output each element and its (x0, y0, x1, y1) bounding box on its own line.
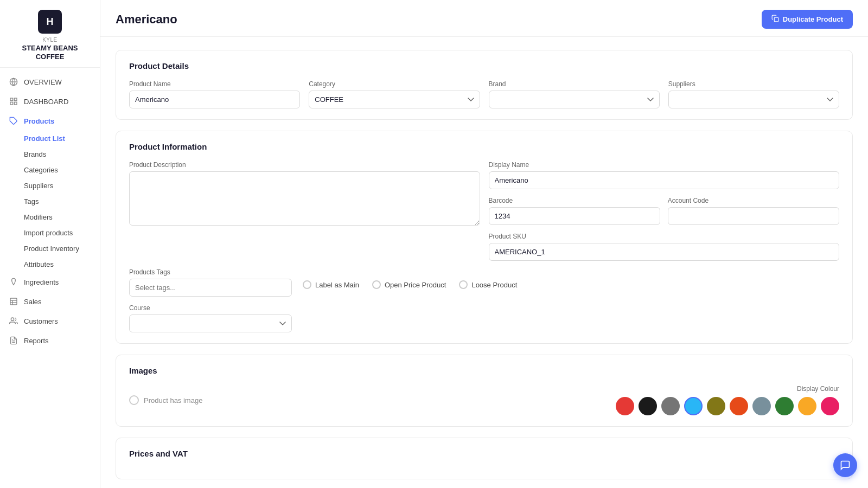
colour-dot-red[interactable] (616, 397, 634, 415)
display-name-input[interactable] (489, 171, 840, 189)
images-row: Product has image Display Colour (129, 385, 839, 415)
product-has-image-label[interactable]: Product has image (129, 395, 202, 405)
description-group: Product Description (129, 161, 480, 261)
barcode-input[interactable] (489, 207, 660, 225)
tags-label: Products Tags (129, 268, 292, 276)
description-textarea[interactable] (129, 171, 480, 226)
product-has-image-radio[interactable] (129, 395, 139, 405)
product-sku-group: Product SKU (489, 233, 840, 261)
svg-rect-5 (14, 102, 17, 105)
sidebar-item-ingredients[interactable]: Ingredients (0, 272, 100, 292)
sidebar-subitem-modifiers[interactable]: Modifiers (0, 209, 100, 225)
brand-label: Brand (489, 80, 660, 88)
colour-dot-black[interactable] (639, 397, 657, 415)
sidebar-subitem-import-products[interactable]: Import products (0, 225, 100, 241)
product-name-label: Product Name (129, 80, 300, 88)
brand-group: Brand (489, 80, 660, 108)
display-colour-label: Display Colour (797, 385, 839, 393)
suppliers-select[interactable] (668, 91, 839, 108)
product-name-input[interactable] (129, 91, 300, 108)
colour-dot-olive[interactable] (707, 397, 725, 415)
content-area: Product Details Product Name Category CO… (100, 37, 868, 488)
colour-dot-orange[interactable] (730, 397, 748, 415)
product-sku-input[interactable] (489, 243, 840, 261)
course-select[interactable] (129, 314, 292, 332)
sidebar-nav: OVERVIEW DASHBOARD Products Product List… (0, 68, 100, 355)
suppliers-group: Suppliers (668, 80, 839, 108)
sidebar-item-sales-label: Sales (24, 298, 42, 306)
colour-dot-pink[interactable] (821, 397, 839, 415)
sidebar-subitem-product-list[interactable]: Product List (0, 131, 100, 146)
sidebar: H KYLE STEAMY BEANS COFFEE OVERVIEW DASH… (0, 0, 100, 488)
images-title: Images (129, 366, 839, 375)
sidebar-subitem-tags[interactable]: Tags (0, 194, 100, 209)
sidebar-subitem-suppliers[interactable]: Suppliers (0, 178, 100, 194)
colour-dot-blue[interactable] (684, 397, 703, 415)
sidebar-item-sales[interactable]: Sales (0, 292, 100, 311)
product-sku-label: Product SKU (489, 233, 840, 240)
colour-dot-dark-green[interactable] (775, 397, 794, 415)
product-information-card: Product Information Product Description … (116, 131, 853, 344)
category-group: Category COFFEE (309, 80, 480, 108)
barcode-label: Barcode (489, 197, 660, 204)
course-group: Course (129, 304, 292, 332)
product-details-title: Product Details (129, 61, 839, 70)
svg-rect-7 (10, 298, 17, 305)
label-as-main-radio[interactable] (303, 280, 311, 289)
loose-product-radio[interactable] (459, 280, 468, 289)
colour-dot-sage[interactable] (752, 397, 771, 415)
ingredients-icon (9, 277, 18, 287)
brand-select[interactable] (489, 91, 660, 108)
svg-rect-3 (14, 98, 17, 101)
globe-icon (9, 77, 18, 87)
account-code-input[interactable] (668, 207, 839, 225)
display-colour-section: Display Colour (616, 385, 839, 415)
category-select[interactable]: COFFEE (309, 91, 480, 108)
product-info-right: Display Name Barcode Account Code (489, 161, 840, 261)
colour-dot-amber[interactable] (798, 397, 816, 415)
tags-group: Products Tags (129, 268, 292, 297)
tags-input[interactable] (129, 279, 292, 297)
loose-product-option[interactable]: Loose Product (459, 280, 517, 289)
sidebar-item-dashboard[interactable]: DASHBOARD (0, 92, 100, 111)
description-label: Product Description (129, 161, 480, 169)
logo-box: H (38, 10, 62, 34)
sidebar-item-customers[interactable]: Customers (0, 311, 100, 331)
product-details-card: Product Details Product Name Category CO… (116, 50, 853, 120)
main-header: Americano Duplicate Product (100, 0, 868, 37)
tags-options-row: Products Tags Label as Main Open Price P… (129, 268, 839, 297)
dashboard-icon (9, 97, 18, 106)
sidebar-company: STEAMY BEANS COFFEE (9, 44, 91, 61)
sidebar-item-customers-label: Customers (24, 317, 58, 325)
sidebar-item-products[interactable]: Products (0, 111, 100, 131)
course-row: Course (129, 304, 839, 332)
reports-icon (9, 336, 18, 345)
prices-vat-card: Prices and VAT (116, 438, 853, 479)
open-price-option[interactable]: Open Price Product (372, 280, 446, 289)
chat-button[interactable] (833, 453, 857, 477)
sales-icon (9, 297, 18, 306)
label-as-main-text: Label as Main (315, 281, 359, 289)
colour-dot-gray[interactable] (661, 397, 680, 415)
duplicate-icon (771, 15, 779, 24)
display-name-label: Display Name (489, 161, 840, 169)
product-info-grid: Product Description Display Name Barcode (129, 161, 839, 261)
open-price-radio[interactable] (372, 280, 381, 289)
display-name-group: Display Name (489, 161, 840, 189)
tag-icon (9, 116, 18, 126)
sidebar-subitem-product-inventory[interactable]: Product Inventory (0, 241, 100, 256)
options-group: Label as Main Open Price Product Loose P… (303, 268, 517, 289)
sidebar-subitem-attributes[interactable]: Attributes (0, 256, 100, 272)
sidebar-subitem-brands[interactable]: Brands (0, 146, 100, 162)
barcode-group: Barcode (489, 197, 660, 225)
label-as-main-option[interactable]: Label as Main (303, 280, 359, 289)
sidebar-subitem-categories[interactable]: Categories (0, 162, 100, 178)
images-card: Images Product has image Display Colour (116, 355, 853, 427)
open-price-text: Open Price Product (385, 281, 446, 289)
sidebar-item-overview[interactable]: OVERVIEW (0, 72, 100, 92)
sidebar-username: KYLE (42, 37, 58, 43)
duplicate-product-button[interactable]: Duplicate Product (762, 10, 853, 29)
svg-rect-4 (10, 102, 13, 105)
sidebar-item-reports[interactable]: Reports (0, 331, 100, 350)
main-content: Americano Duplicate Product Product Deta… (100, 0, 868, 488)
